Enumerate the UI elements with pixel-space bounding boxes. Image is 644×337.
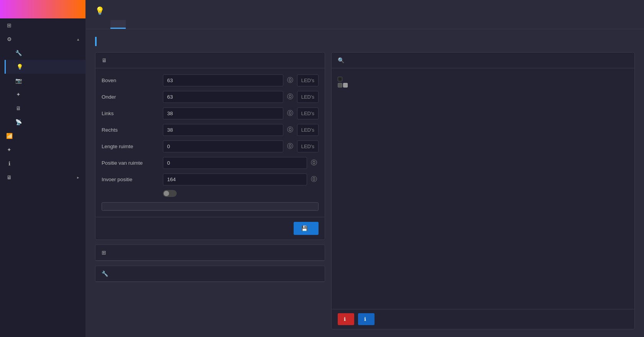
label-positie: Positie van ruimte bbox=[102, 160, 163, 166]
input-wrap-rechts: ⓪ LED's bbox=[163, 124, 319, 136]
remote-icon: 📶 bbox=[6, 133, 12, 139]
led-icon: 💡 bbox=[16, 64, 23, 70]
main-panel: 💡 🖥 bbox=[86, 0, 644, 337]
input-wrap-positie: ⓪ bbox=[163, 157, 319, 169]
leds-label-boven: LED's bbox=[297, 74, 319, 86]
form-row-invoer: Invoer positie ⓪ bbox=[102, 173, 319, 185]
tab-opmaak[interactable] bbox=[110, 20, 126, 29]
sidebar-item-capturing[interactable]: 📷 bbox=[5, 74, 85, 88]
label-boven: Boven bbox=[102, 78, 163, 83]
config-card[interactable]: 🔧 bbox=[95, 266, 325, 282]
spinner-icon-invoer[interactable]: ⓪ bbox=[309, 175, 319, 183]
input-wrap-invoer: ⓪ bbox=[163, 173, 319, 185]
sidebar-sub-menu: 🔧 💡 📷 ✦ 🖥 📡 bbox=[0, 46, 85, 129]
form-row-boven: Boven ⓪ LED's bbox=[102, 74, 319, 86]
sidebar-item-effecten[interactable]: ✦ bbox=[5, 88, 85, 101]
form-row-links: Links ⓪ LED's bbox=[102, 107, 319, 119]
sidebar-item-systeem[interactable]: 🖥 ▸ bbox=[0, 170, 85, 184]
label-onder: Onder bbox=[102, 94, 163, 100]
sidebar-item-algemeen[interactable]: 🔧 bbox=[5, 46, 85, 60]
form-row-rechts: Rechts ⓪ LED's bbox=[102, 124, 319, 136]
monitor-icon: 🖥 bbox=[102, 57, 107, 63]
page-title-row: 💡 bbox=[95, 6, 635, 15]
input-lengte[interactable] bbox=[163, 140, 283, 152]
advanced-settings-button[interactable] bbox=[102, 202, 319, 211]
config-card-header: 🔧 bbox=[95, 266, 325, 282]
tab-besturing[interactable] bbox=[95, 20, 110, 29]
main-header: 💡 bbox=[86, 0, 644, 29]
sidebar: ⊞ ⚙ ▴ 🔧 💡 📷 ✦ 🖥 📡 bbox=[0, 0, 86, 337]
sidebar-item-ondersteuning[interactable]: ℹ bbox=[0, 157, 85, 170]
legend-dot-direction-1 bbox=[338, 83, 342, 88]
led-numbers-button[interactable]: ℹ bbox=[338, 313, 354, 325]
config-icon: ⚙ bbox=[6, 36, 12, 42]
effects-config-icon: ✦ bbox=[6, 147, 12, 153]
panels-row: 🖥 Boven ⓪ LED's bbox=[95, 52, 635, 329]
search-icon: 🔍 bbox=[338, 57, 344, 63]
sidebar-item-netwerkdiensten[interactable]: 📡 bbox=[5, 115, 85, 129]
form-row-onder: Onder ⓪ LED's bbox=[102, 91, 319, 103]
matrix-card[interactable]: ⊞ bbox=[95, 244, 325, 261]
spinner-icon-lengte[interactable]: ⓪ bbox=[286, 142, 295, 150]
led-canvas-wrap bbox=[332, 91, 634, 309]
input-positie[interactable] bbox=[163, 157, 307, 169]
spinner-icon-rechts[interactable]: ⓪ bbox=[286, 126, 295, 134]
klassieke-card: 🖥 Boven ⓪ LED's bbox=[95, 52, 325, 240]
input-wrap-onder: ⓪ LED's bbox=[163, 91, 319, 103]
leds-label-lengte: LED's bbox=[297, 140, 319, 152]
dashboard-icon: ⊞ bbox=[6, 22, 12, 28]
legend-item-direction bbox=[338, 83, 628, 88]
form-row-lengte: Lengte ruimte ⓪ LED's bbox=[102, 140, 319, 152]
spinner-icon-onder[interactable]: ⓪ bbox=[286, 93, 295, 101]
matrix-card-header: ⊞ bbox=[95, 245, 325, 261]
input-wrap-boven: ⓪ LED's bbox=[163, 74, 319, 86]
camera-icon: 📷 bbox=[15, 78, 21, 84]
toggle-row bbox=[102, 190, 319, 197]
input-rechts[interactable] bbox=[163, 124, 283, 136]
input-boven[interactable] bbox=[163, 74, 283, 86]
leds-label-rechts: LED's bbox=[297, 124, 319, 136]
wrench-icon: 🔧 bbox=[102, 271, 108, 277]
label-links: Links bbox=[102, 111, 163, 116]
klassieke-card-body: Boven ⓪ LED's Onder bbox=[95, 68, 325, 217]
keer-richting-toggle[interactable] bbox=[163, 190, 177, 197]
sidebar-item-effecten-config[interactable]: ✦ bbox=[0, 143, 85, 157]
label-invoer: Invoer positie bbox=[102, 177, 163, 182]
sidebar-item-led-hardware[interactable]: 💡 bbox=[5, 60, 85, 74]
effecten-icon: ✦ bbox=[15, 91, 21, 97]
sidebar-item-configuratie[interactable]: ⚙ ▴ bbox=[0, 32, 85, 46]
algemeen-icon: 🔧 bbox=[15, 50, 21, 56]
right-panel: 🔍 bbox=[331, 52, 635, 329]
leds-label-onder: LED's bbox=[297, 91, 319, 103]
tabs bbox=[95, 20, 635, 29]
input-onder[interactable] bbox=[163, 91, 283, 103]
spinner-icon-links[interactable]: ⓪ bbox=[286, 109, 295, 117]
sidebar-item-afstandsbediening[interactable]: 📶 bbox=[0, 129, 85, 143]
spinner-icon-positie[interactable]: ⓪ bbox=[309, 159, 319, 167]
spinner-icon-boven[interactable]: ⓪ bbox=[286, 76, 295, 84]
input-links[interactable] bbox=[163, 107, 283, 119]
main-body: 🖥 Boven ⓪ LED's bbox=[86, 29, 644, 337]
page-title-icon: 💡 bbox=[95, 6, 105, 15]
systeem-icon: 🖥 bbox=[6, 174, 12, 180]
sidebar-item-dashboard[interactable]: ⊞ bbox=[0, 18, 85, 32]
input-invoer[interactable] bbox=[163, 173, 307, 185]
chevron-down-icon: ▸ bbox=[77, 175, 79, 180]
leds-label-links: LED's bbox=[297, 107, 319, 119]
klassieke-card-header: 🖥 bbox=[95, 53, 325, 68]
sidebar-item-beeldverwerking[interactable]: 🖥 bbox=[5, 101, 85, 115]
control-list-button[interactable]: ℹ bbox=[358, 313, 375, 325]
info-icon: ℹ bbox=[344, 316, 346, 322]
input-wrap-lengte: ⓪ LED's bbox=[163, 140, 319, 152]
klassieke-card-footer: 💾 bbox=[95, 217, 325, 240]
chevron-down-icon: ▴ bbox=[77, 37, 79, 42]
preview-header: 🔍 bbox=[332, 53, 634, 68]
netwerk-icon: 📡 bbox=[15, 119, 21, 125]
matrix-icon: ⊞ bbox=[102, 249, 106, 256]
save-button[interactable]: 💾 bbox=[294, 222, 319, 235]
beeld-icon: 🖥 bbox=[15, 105, 21, 111]
label-lengte: Lengte ruimte bbox=[102, 144, 163, 149]
preview-meta bbox=[332, 68, 634, 75]
input-wrap-links: ⓪ LED's bbox=[163, 107, 319, 119]
save-icon: 💾 bbox=[301, 225, 308, 231]
